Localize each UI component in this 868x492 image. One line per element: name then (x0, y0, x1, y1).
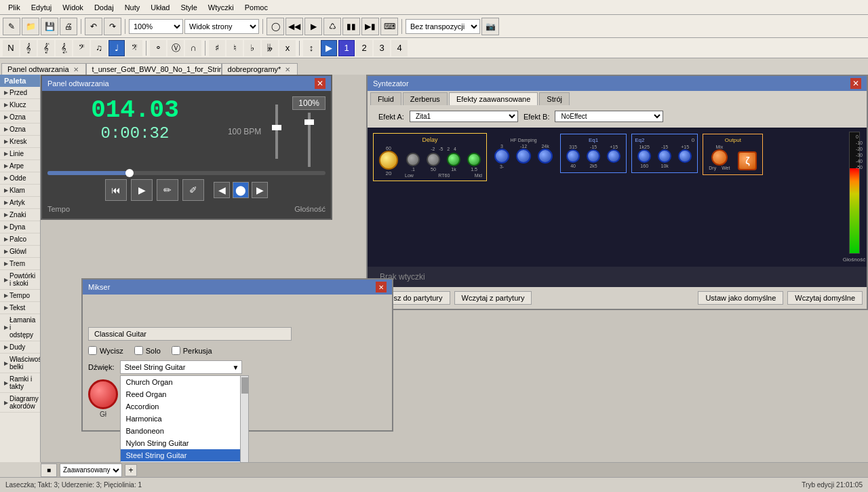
sidebar-item-ramki[interactable]: ▶ Ramki i takty (0, 373, 40, 393)
note-tool-6[interactable]: ♫ (91, 40, 107, 56)
tab-dobreprogramy[interactable]: dobreprogramy* ✕ (222, 63, 298, 75)
dropdown-item-reed-organ[interactable]: Reed Organ (121, 388, 248, 400)
sidebar-item-diagramy[interactable]: ▶ Diagramy akordów (0, 393, 40, 413)
menu-style[interactable]: Style (175, 2, 202, 13)
menu-uklad[interactable]: Układ (145, 2, 175, 13)
dropdown-item-jazz-guitar[interactable]: Jazz Guitar (121, 461, 248, 462)
sidebar-item-linie[interactable]: ▶ Linie (0, 148, 40, 160)
sidebar-item-dyna[interactable]: ▶ Dyna (0, 221, 40, 233)
tab-panel-odtwarzania[interactable]: Panel odtwarzania ✕ (1, 63, 86, 75)
playback-close-button[interactable]: ✕ (315, 78, 326, 89)
transpose-select[interactable]: Bez transpozycji (406, 19, 480, 34)
sidebar-item-arpe[interactable]: ▶ Arpe (0, 160, 40, 172)
note-tool-2[interactable]: 𝄞 (20, 40, 37, 56)
flat-tool[interactable]: ♭ (244, 40, 260, 56)
rest-tool[interactable]: ⚬ (150, 40, 166, 56)
dblflat-tool[interactable]: 𝄫 (262, 40, 278, 56)
sidebar-item-przed[interactable]: ▶ Przed (0, 87, 40, 99)
natural-tool[interactable]: ♮ (226, 40, 243, 56)
gl-knob[interactable] (88, 379, 118, 409)
efekt-b-select[interactable]: NoEffect (555, 111, 663, 122)
sidebar-item-znaki[interactable]: ▶ Znaki (0, 209, 40, 221)
delay-knob-5-control[interactable] (467, 153, 481, 166)
metronome-button[interactable]: ◯ (267, 18, 284, 35)
ctrl-next[interactable]: ▶ (252, 182, 268, 198)
end-button[interactable]: ▶▮ (361, 18, 379, 35)
ctrl-rewind[interactable]: ⏮ (105, 179, 127, 201)
rewind-button[interactable]: ◀◀ (285, 18, 303, 35)
menu-nuty[interactable]: Nuty (119, 2, 146, 13)
menu-dodaj[interactable]: Dodaj (89, 2, 119, 13)
note-tool-4[interactable]: 𝄠 (56, 40, 72, 56)
dropdown-item-accordion[interactable]: Accordion (121, 400, 248, 413)
hf-knob-2-control[interactable] (516, 149, 531, 164)
sidebar-item-trem[interactable]: ▶ Trem (0, 258, 40, 270)
eq1-knob-2-control[interactable] (587, 149, 600, 163)
dropdown-item-church-organ[interactable]: Church Organ (121, 376, 248, 388)
solo-checkbox[interactable] (134, 346, 143, 355)
voice-btn-1[interactable]: 1 (338, 40, 355, 56)
synth-tab-efekty[interactable]: Efekty zaawansowane (449, 92, 538, 105)
plus-button[interactable]: + (125, 464, 137, 476)
redo-button[interactable]: ↷ (104, 18, 121, 35)
perkusja-checkbox[interactable] (172, 346, 180, 355)
note-tool-7[interactable]: ♩ (108, 40, 125, 56)
menu-edytuj[interactable]: Edytuj (26, 2, 58, 13)
dropdown-item-harmonica[interactable]: Harmonica (121, 413, 248, 425)
sidebar-item-powtorki[interactable]: ▶ Powtórki i skoki (0, 270, 40, 290)
mix-knob-control[interactable] (711, 149, 728, 166)
hf-knob-1-control[interactable] (494, 149, 509, 164)
ctrl-edit[interactable]: ✏ (157, 179, 178, 201)
mix-button[interactable]: ⌨ (380, 18, 398, 35)
sidebar-item-glowl[interactable]: ▶ Główl (0, 246, 40, 258)
dropdown-scroll-thumb[interactable] (241, 377, 248, 394)
sidebar-item-ozna1[interactable]: ▶ Ozna (0, 111, 40, 124)
sidebar-item-kresk[interactable]: ▶ Kresk (0, 136, 40, 148)
sidebar-item-palco[interactable]: ▶ Palco (0, 233, 40, 246)
note-tool-5[interactable]: 𝄢 (73, 40, 90, 56)
note-tool-3[interactable]: 𝄟 (38, 40, 54, 56)
note-tool-1[interactable]: N (3, 40, 19, 56)
ctrl-play[interactable]: ▶ (131, 179, 153, 201)
open-button[interactable]: 📁 (22, 18, 39, 35)
synth-tab-zerberus[interactable]: Zerberus (403, 92, 448, 105)
play-button[interactable]: ▶ (304, 18, 322, 35)
zaawansowany-select[interactable]: Zaawansowany (60, 463, 122, 477)
delay-knob-4-control[interactable] (447, 153, 460, 166)
tab-score[interactable]: t_unser_Gott_BWV_80_No_1_for_String_Quar… (86, 63, 222, 75)
menu-plik[interactable]: Plik (3, 2, 26, 13)
dropdown-item-nylon-guitar[interactable]: Nylon String Guitar (121, 437, 248, 449)
flip-tool[interactable]: ↕ (303, 40, 319, 56)
tab-close-2[interactable]: ✕ (283, 66, 292, 73)
sidebar-item-dudy[interactable]: ▶ Dudy (0, 341, 40, 354)
dropdown-scrollbar[interactable] (240, 376, 248, 462)
ustaw-button[interactable]: Ustaw jako domyślne (698, 291, 783, 305)
dblsharp-tool[interactable]: x (279, 40, 296, 56)
save-button[interactable]: 💾 (41, 18, 58, 35)
playback-scrubber[interactable] (125, 169, 134, 177)
dot-tool[interactable]: Ⓥ (167, 40, 184, 56)
synth-tab-stroj[interactable]: Strój (539, 92, 570, 105)
ctrl-stop[interactable]: ⬤ (233, 182, 249, 198)
delay-knob-1-control[interactable] (379, 151, 398, 170)
zoom-select[interactable]: 100% (129, 19, 183, 34)
eq2-knob-1-control[interactable] (637, 149, 651, 163)
voice-btn-3[interactable]: 3 (374, 40, 390, 56)
synth-tab-fluid[interactable]: Fluid (370, 92, 401, 105)
efekt-a-select[interactable]: Zita1 (410, 111, 518, 122)
dropdown-item-bandoneon[interactable]: Bandoneon (121, 425, 248, 437)
tempo-slider[interactable] (267, 105, 287, 159)
print-button[interactable]: 🖨 (60, 18, 77, 35)
delay-knob-3-control[interactable] (427, 153, 440, 166)
menu-wtyczki[interactable]: Wtyczki (203, 2, 239, 13)
voice-btn-2[interactable]: 2 (356, 40, 372, 56)
sidebar-item-artyk[interactable]: ▶ Artyk (0, 197, 40, 209)
eq2-knob-2-control[interactable] (658, 149, 671, 163)
tie-tool[interactable]: ∩ (185, 40, 201, 56)
cursor-tool[interactable]: ▶ (321, 40, 337, 56)
sidebar-item-klucz[interactable]: ▶ Klucz (0, 99, 40, 111)
voice-btn-4[interactable]: 4 (391, 40, 408, 56)
note-tool-8[interactable]: 𝄤 (126, 40, 142, 56)
mixer-track-name-input[interactable] (88, 327, 292, 341)
wczytaj-button[interactable]: Wczytaj z partytury (454, 291, 532, 305)
